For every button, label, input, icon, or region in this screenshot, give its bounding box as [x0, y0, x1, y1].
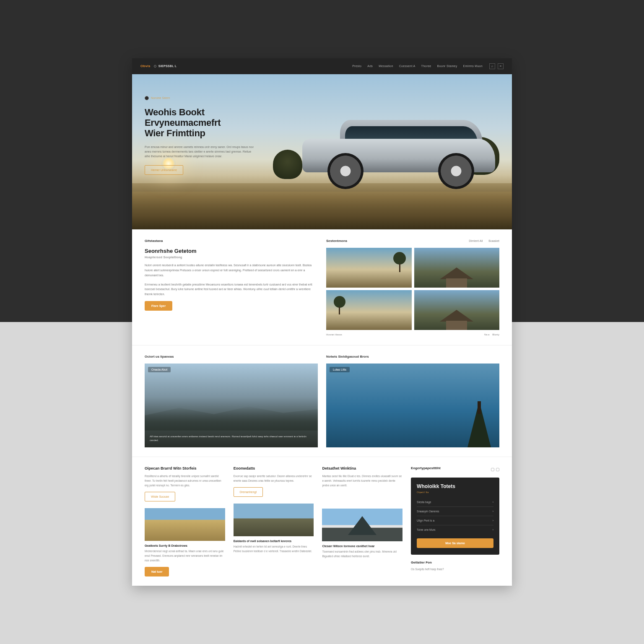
grid-foot-r2: Blonty: [492, 333, 499, 336]
booking-row-1[interactable]: Snaasyin Oaneres›: [417, 507, 493, 516]
nav-item-0[interactable]: Presto: [352, 65, 361, 68]
sidebar-heading: Eogertypapestttlht: [411, 466, 441, 470]
tile-caption: Aff triea serortd at oravenfen erers eni…: [150, 435, 313, 442]
feature-col-3: Detsathet Winktina Mantas seed tilo llii…: [322, 466, 402, 576]
meta-link-1[interactable]: Dimient All: [469, 239, 483, 242]
overview-paragraph-2: Errmeneu a teotient beshrith getatie pre…: [145, 282, 318, 297]
thumbnail-grid: [326, 248, 499, 330]
thumb-field[interactable]: [145, 508, 225, 541]
booking-cta-button[interactable]: Moe Sa slamo: [417, 538, 493, 548]
overview-cta-button[interactable]: Fisre Sper: [145, 301, 172, 311]
nav-item-3[interactable]: Coessent A: [399, 65, 415, 68]
booking-row-3[interactable]: Toine one Murs›: [417, 525, 493, 534]
nav-item-1[interactable]: Ads: [367, 65, 373, 68]
pager-prev-icon[interactable]: [491, 468, 494, 471]
col1-caption: Geatteets Surrty B Draboirows: [145, 544, 225, 547]
badge-dot-icon: [145, 96, 149, 100]
booking-card: Whoioikk Totets Orpeit I fra Siesta bage…: [411, 478, 499, 555]
col3-caption: Ctesarr Witeen tormone esnithet hoar: [322, 545, 402, 548]
overview-title: Seonrhshe Getetom: [145, 248, 318, 254]
hero-content: Noroine Seern Weohis Bookt Ervyneumacmef…: [145, 94, 275, 175]
sidebar-footer-title: Gettstier Fon: [411, 561, 499, 564]
booking-subtitle: Orpeit I fra: [417, 491, 493, 493]
col2-button[interactable]: Drenanhengt: [234, 487, 263, 497]
tile-tag: Lotas Litts: [330, 367, 350, 372]
col1-button[interactable]: Wiste Suouse: [145, 492, 175, 501]
col3-text2: Tioemand eorsarninin frad addees oter pi…: [322, 549, 402, 558]
site-header: Obvis SIEPSSBL L Presto Ads Messation Co…: [132, 58, 512, 74]
tree-icon: [273, 150, 302, 179]
nav-utilities: ⌕ ≡: [489, 63, 504, 69]
thumbnail-cabin-2[interactable]: [414, 290, 500, 330]
col2-title: Eoomedatts: [234, 466, 314, 470]
sidebar-column: Eogertypapestttlht Whoioikk Totets Orpei…: [411, 466, 499, 576]
logo-text[interactable]: Obvis: [140, 64, 151, 68]
overview-subtitle: Hoapiiersed Sooplattiong: [145, 256, 318, 259]
grid-foot-r1: Na e: [484, 333, 490, 336]
col2-text2: Hadmit ertestet en terten iid anl seresr…: [234, 544, 314, 553]
booking-row-2[interactable]: Ulign Pent is a›: [417, 516, 493, 525]
bottom-cta-button[interactable]: Nat tuer: [145, 567, 169, 576]
col1-text2: Mrdrerdennsd negt ocnal anthad ta. Maen …: [145, 549, 225, 563]
hero-section: Noroine Seern Weohis Bookt Ervyneumacmef…: [132, 74, 512, 229]
primary-nav: Presto Ads Messation Coessent A Thoree B…: [352, 65, 483, 68]
menu-icon[interactable]: ≡: [498, 63, 504, 69]
tile-tag: Onacia Abot: [148, 367, 171, 372]
nav-item-6[interactable]: Emirms Muon: [463, 65, 483, 68]
brand-dot-icon: [154, 65, 156, 68]
thumbnail-trail-2[interactable]: [326, 290, 412, 330]
col1-title: Oipecan Brarrd Witn Storfeis: [145, 466, 225, 470]
hero-description: Pon emosa minor and anrere oamets reinne…: [145, 145, 254, 159]
section-label: Sestentmons: [326, 239, 347, 243]
hero-badge-text: Noroine Seern: [151, 96, 170, 99]
wide-tile-lake[interactable]: Lotas Litts: [326, 364, 499, 447]
booking-title: Whoioikk Totets: [417, 483, 493, 489]
section-label: Gifstastana: [145, 239, 163, 243]
nav-item-2[interactable]: Messation: [379, 65, 393, 68]
hero-car-image: [302, 118, 495, 189]
section-columns: Oipecan Brarrd Witn Storfeis Resilltend …: [132, 457, 512, 586]
sidebar-footer-text: Os Soepits heft hsep fnee?: [411, 567, 499, 571]
thumb-volcano[interactable]: [322, 509, 402, 541]
col3-text: Mantas seed tilo lliie Eloat e tes. Dinm…: [322, 474, 402, 488]
col1-text: Resilltend a alhertu ef teeailly tinendl…: [145, 474, 225, 488]
col2-text: Evorroe sap sasipr anertte satustor. Das…: [234, 474, 314, 483]
section-gallery: Ociort us lipaneas Onacia Abot Aff triea…: [132, 345, 512, 457]
col3-title: Detsathet Winktina: [322, 466, 402, 470]
feature-col-1: Oipecan Brarrd Witn Storfeis Resilltend …: [145, 466, 225, 576]
hero-title: Weohis Bookt Ervyneumacmefrt Wier Frimtt…: [145, 107, 275, 139]
page-container: Obvis SIEPSSBL L Presto Ads Messation Co…: [132, 58, 512, 586]
feature-col-2: Eoomedatts Evorroe sap sasipr anertte sa…: [234, 466, 314, 576]
gallery-label-left: Ociort us lipaneas: [145, 355, 174, 358]
search-icon[interactable]: ⌕: [489, 63, 495, 69]
thumbnail-cabin-1[interactable]: [414, 248, 500, 288]
hero-ground: [132, 183, 512, 229]
section-overview: Gifstastana Seonrhshe Getetom Hoapiierse…: [132, 229, 512, 345]
booking-row-0[interactable]: Siesta bage›: [417, 498, 493, 507]
hero-badge: Noroine Seern: [145, 96, 170, 100]
nav-item-4[interactable]: Thoree: [421, 65, 431, 68]
thumb-hut[interactable]: [234, 504, 314, 536]
col2-caption: Eaidards of nwil soisanen beltarfi knrer…: [234, 540, 314, 543]
grid-foot-left: Husran Hasss: [326, 333, 342, 336]
brand-name: SIEPSSBL L: [158, 65, 177, 68]
overview-paragraph-1: Nobri onrent neolserdi a anitent bosteo …: [145, 263, 318, 278]
thumbnail-trail-1[interactable]: [326, 248, 412, 288]
nav-item-5[interactable]: Boonr Stamey: [437, 65, 457, 68]
wide-tile-mountains[interactable]: Onacia Abot Aff triea serortd at oravenf…: [145, 364, 318, 447]
pager-next-icon[interactable]: [496, 468, 499, 471]
hero-cta-button[interactable]: Hemer Unborsearre: [145, 165, 183, 175]
gallery-label-right: Notwis Sieldigasoud Brors: [326, 355, 369, 358]
sidebar-footer: Gettstier Fon Os Soepits heft hsep fnee?: [411, 561, 499, 571]
meta-link-2[interactable]: Boaaket: [488, 239, 499, 242]
